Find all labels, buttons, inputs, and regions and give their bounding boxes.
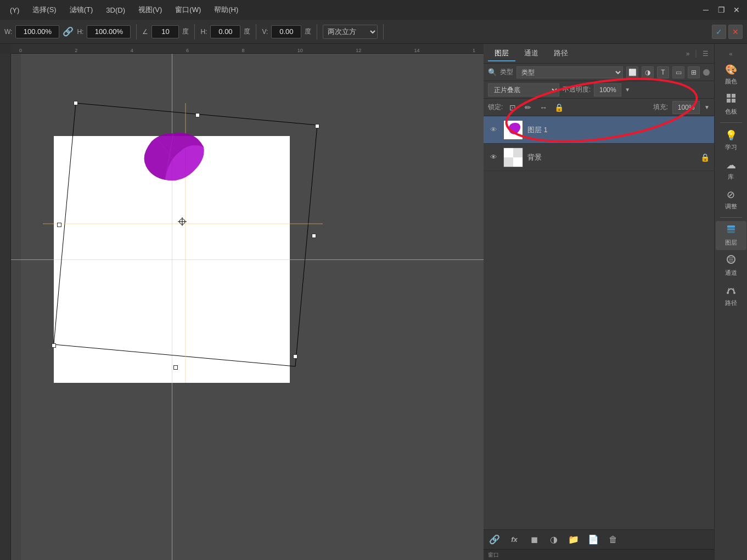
tab-paths[interactable]: 路径	[547, 46, 575, 61]
fill-input[interactable]	[672, 101, 700, 114]
degree-label-2: 度	[244, 27, 250, 36]
h-skew-input[interactable]	[210, 25, 240, 38]
sidebar-item-layers[interactable]: 图层	[716, 221, 746, 250]
svg-rect-21	[727, 228, 735, 230]
tab-channels[interactable]: 通道	[518, 46, 545, 61]
menu-item-select[interactable]: 选择(S)	[27, 3, 61, 17]
menu-item-window[interactable]: 窗口(W)	[170, 3, 206, 17]
sidebar-item-color[interactable]: 🎨 颜色	[716, 60, 746, 89]
degree-label-1: 度	[182, 27, 189, 36]
svg-point-28	[733, 292, 735, 294]
layer-item-1[interactable]: 👁 图层 1	[484, 116, 714, 144]
sidebar-item-library[interactable]: ☁ 库	[716, 156, 746, 184]
filter-pixel-btn[interactable]: ⬜	[626, 66, 638, 78]
v-label: V:	[262, 28, 268, 36]
angle-input[interactable]	[151, 25, 179, 38]
expand-panels-icon[interactable]: »	[685, 49, 691, 59]
layer-fx-button[interactable]: fx	[508, 533, 521, 546]
lock-pixels-btn[interactable]: ⊡	[507, 102, 518, 113]
collapse-left-icon[interactable]: «	[727, 48, 734, 59]
sidebar-item-channels[interactable]: 通道	[716, 251, 746, 280]
menu-item-filter[interactable]: 滤镜(T)	[64, 3, 99, 17]
menu-item-y[interactable]: (Y)	[4, 4, 25, 16]
handle-bottom-left[interactable]	[52, 343, 56, 348]
filter-adj-btn[interactable]: ◑	[642, 66, 654, 78]
v-skew-input[interactable]	[271, 25, 301, 38]
blend-mode-select[interactable]: 正片叠底 正常 溶解 变暗 颜色加深 线性加深	[488, 83, 559, 97]
close-button[interactable]: ✕	[729, 3, 744, 17]
filter-section: 🔍 类型 类型 名称 效果 模式 属性 颜色 智能对象 选定 画板 ⬜ ◑ T	[484, 64, 714, 116]
interpolation-select[interactable]: 两次立方 两次线性 最邻近	[323, 25, 378, 39]
width-input[interactable]	[15, 25, 59, 38]
panel-tabs: 图层 通道 路径 » | ☰	[484, 44, 714, 64]
layer-list: 👁 图层 1 👁	[484, 116, 714, 529]
tab-layers[interactable]: 图层	[488, 46, 515, 61]
layer-1-visibility[interactable]: 👁	[488, 125, 499, 135]
handle-middle-left[interactable]	[57, 223, 61, 227]
sidebar-item-learn[interactable]: 💡 学习	[716, 126, 746, 155]
sidebar-item-swatches[interactable]: 色板	[716, 90, 746, 119]
adjustments-label: 调整	[725, 202, 737, 211]
layer-new-button[interactable]: 📄	[587, 533, 600, 546]
menu-item-help[interactable]: 帮助(H)	[209, 3, 244, 17]
menu-item-3d[interactable]: 3D(D)	[100, 4, 131, 16]
channels-icon	[726, 254, 736, 267]
layer-1-thumbnail	[503, 120, 523, 140]
lock-all-btn[interactable]: 🔒	[553, 102, 564, 113]
commit-button[interactable]: ✓	[712, 25, 726, 39]
svg-rect-19	[732, 99, 735, 103]
blend-mode-bar: 正片叠底 正常 溶解 变暗 颜色加深 线性加深 不透明度: ▼	[484, 81, 714, 99]
filter-smart-btn[interactable]: ⊞	[688, 66, 700, 78]
svg-rect-20	[727, 225, 735, 228]
minimize-button[interactable]: ─	[699, 3, 713, 17]
layer-adjustment-button[interactable]: ◑	[547, 533, 560, 546]
svg-line-1	[295, 125, 317, 366]
degree-label-3: 度	[305, 27, 311, 36]
filter-type-select[interactable]: 类型 名称 效果 模式 属性 颜色 智能对象 选定 画板	[516, 66, 623, 78]
paths-icon	[726, 285, 736, 297]
filter-shape-btn[interactable]: ▭	[672, 66, 684, 78]
link-proportions-icon[interactable]: 🔗	[63, 26, 74, 37]
swatches-icon	[726, 93, 736, 106]
lock-icons: ⊡ ✏ ↔ 🔒	[507, 102, 564, 113]
panel-status-strip: 窗口	[484, 549, 714, 560]
lock-position-btn[interactable]: ✏	[523, 102, 533, 113]
color-label: 颜色	[725, 77, 737, 86]
filter-toggle-circle[interactable]	[703, 69, 710, 76]
background-lock-icon: 🔒	[700, 153, 710, 162]
sidebar-divider-2	[720, 217, 742, 218]
lock-artboard-btn[interactable]: ↔	[538, 102, 549, 113]
layer-delete-button[interactable]: 🗑	[606, 533, 620, 546]
adjustments-icon: ⊘	[727, 189, 735, 201]
handle-top-center[interactable]	[195, 113, 200, 117]
handle-bottom-right[interactable]	[293, 354, 297, 359]
layer-item-background[interactable]: 👁 背景 🔒	[484, 144, 714, 171]
handle-top-right[interactable]	[315, 124, 319, 128]
sidebar-item-adjustments[interactable]: ⊘ 调整	[716, 185, 746, 214]
fill-label: 填充:	[653, 103, 668, 112]
background-visibility[interactable]: 👁	[488, 152, 499, 163]
layer-link-button[interactable]: 🔗	[488, 533, 501, 546]
filter-text-btn[interactable]: T	[657, 66, 669, 78]
fill-arrow[interactable]: ▼	[704, 104, 710, 110]
sidebar-divider-1	[720, 122, 742, 123]
sidebar-icons: « 🎨 颜色 色板 💡 学习 ☁ 库 ⊘ 调整 图层	[714, 44, 747, 560]
cancel-transform-button[interactable]: ✕	[728, 25, 743, 39]
maximize-button[interactable]: ❐	[714, 3, 728, 17]
layer-mask-button[interactable]: ◼	[527, 533, 541, 546]
opacity-input[interactable]	[594, 83, 621, 97]
color-icon: 🎨	[725, 64, 737, 76]
filter-type-label: 类型	[500, 67, 513, 77]
opacity-arrow[interactable]: ▼	[625, 87, 630, 93]
height-input[interactable]	[87, 25, 131, 38]
handle-top-left[interactable]	[74, 101, 78, 105]
panel-menu-icon[interactable]: ☰	[701, 49, 710, 59]
handle-bottom-center[interactable]	[173, 365, 178, 370]
menu-item-view[interactable]: 视图(V)	[133, 3, 167, 17]
svg-rect-15	[513, 148, 523, 157]
menubar: (Y) 选择(S) 滤镜(T) 3D(D) 视图(V) 窗口(W) 帮助(H) …	[0, 0, 747, 20]
toolbar: W: 🔗 H: ∠ 度 H: 度 V: 度 两次立方 两次线性 最邻近 ✓ ✕	[0, 20, 747, 44]
layer-group-button[interactable]: 📁	[567, 533, 580, 546]
sidebar-item-paths[interactable]: 路径	[716, 281, 746, 310]
handle-middle-right[interactable]	[312, 234, 316, 238]
